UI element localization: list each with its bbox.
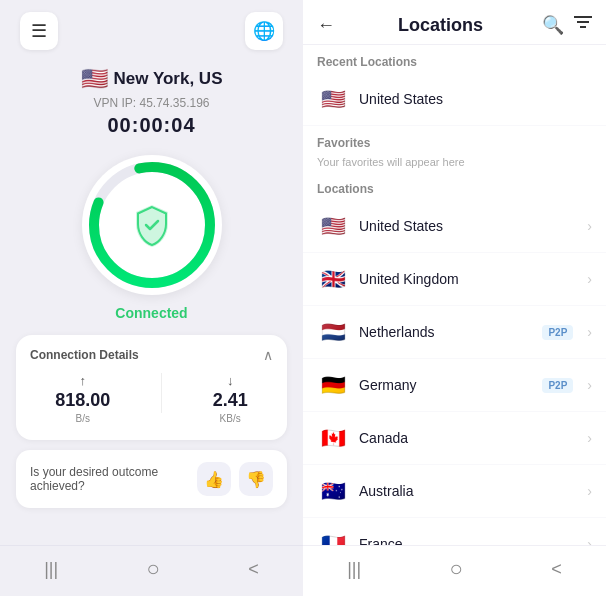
download-unit: KB/s [220,413,241,424]
chevron-de: › [587,377,592,393]
thumbs-down-icon: 👎 [246,470,266,489]
location-row: 🇺🇸 New York, US [81,66,223,92]
left-header: ☰ 🌐 [16,0,287,58]
location-us: United States [359,218,577,234]
stats-divider [161,373,162,413]
download-stat: ↓ 2.41 KB/s [213,373,248,424]
flag-nl: 🇳🇱 [317,316,349,348]
location-de: Germany [359,377,532,393]
location-name: New York, US [114,69,223,89]
recent-flag: 🇺🇸 [317,83,349,115]
recent-location-name: United States [359,91,592,107]
vpn-ip: VPN IP: 45.74.35.196 [93,96,209,110]
list-item[interactable]: 🇦🇺 Australia › [303,465,606,518]
recent-location-item[interactable]: 🇺🇸 United States [303,73,606,126]
details-title: Connection Details [30,348,139,362]
collapse-icon[interactable]: ∧ [263,347,273,363]
shield-icon [132,203,172,247]
left-panel: ☰ 🌐 🇺🇸 New York, US VPN IP: 45.74.35.196… [0,0,303,596]
menu-button[interactable]: ☰ [20,12,58,50]
chevron-nl: › [587,324,592,340]
left-nav-home[interactable]: ○ [147,556,160,582]
search-icon[interactable]: 🔍 [542,14,564,36]
right-header: ← Locations 🔍 [303,0,606,45]
location-nl: Netherlands [359,324,532,340]
chevron-uk: › [587,271,592,287]
upload-arrow: ↑ [80,373,87,388]
flag-au: 🇦🇺 [317,475,349,507]
flag-uk: 🇬🇧 [317,263,349,295]
favorites-empty: Your favorites will appear here [303,154,606,172]
shield-center [129,202,175,248]
feedback-text: Is your desired outcome achieved? [30,465,170,493]
download-value: 2.41 [213,390,248,411]
connected-label: Connected [115,305,187,321]
location-ca: Canada [359,430,577,446]
left-nav-menu[interactable]: ||| [44,559,58,580]
list-item[interactable]: 🇬🇧 United Kingdom › [303,253,606,306]
stats-row: ↑ 818.00 B/s ↓ 2.41 KB/s [30,373,273,424]
timer: 00:00:04 [107,114,195,137]
list-item[interactable]: 🇨🇦 Canada › [303,412,606,465]
list-item[interactable]: 🇩🇪 Germany P2P › [303,359,606,412]
right-panel: ← Locations 🔍 Recent Locations 🇺🇸 United… [303,0,606,596]
download-arrow: ↓ [227,373,234,388]
list-item[interactable]: 🇳🇱 Netherlands P2P › [303,306,606,359]
location-uk: United Kingdom [359,271,577,287]
feedback-card: Is your desired outcome achieved? 👍 👎 [16,450,287,508]
feedback-buttons: 👍 👎 [197,462,273,496]
flag-de: 🇩🇪 [317,369,349,401]
details-header: Connection Details ∧ [30,347,273,363]
badge-p2p-de: P2P [542,378,573,393]
thumbs-up-button[interactable]: 👍 [197,462,231,496]
filter-icon[interactable] [574,14,592,36]
vpn-circle[interactable] [82,155,222,295]
left-bottom-nav: ||| ○ < [0,545,303,596]
right-bottom-nav: ||| ○ < [303,545,606,596]
flag-ca: 🇨🇦 [317,422,349,454]
globe-icon: 🌐 [253,20,275,42]
chevron-ca: › [587,430,592,446]
chevron-us: › [587,218,592,234]
locations-title: Locations [339,15,542,36]
us-flag: 🇺🇸 [81,66,108,92]
chevron-au: › [587,483,592,499]
location-au: Australia [359,483,577,499]
upload-unit: B/s [76,413,90,424]
locations-list: Recent Locations 🇺🇸 United States Favori… [303,45,606,596]
globe-button[interactable]: 🌐 [245,12,283,50]
left-nav-back[interactable]: < [248,559,259,580]
upload-value: 818.00 [55,390,110,411]
right-nav-home[interactable]: ○ [450,556,463,582]
section-favorites: Favorites [303,126,606,154]
right-nav-menu[interactable]: ||| [347,559,361,580]
back-button[interactable]: ← [317,15,339,36]
list-item[interactable]: 🇺🇸 United States › [303,200,606,253]
connection-info: 🇺🇸 New York, US VPN IP: 45.74.35.196 00:… [81,66,223,147]
right-nav-back[interactable]: < [551,559,562,580]
connection-details-card: Connection Details ∧ ↑ 818.00 B/s ↓ 2.41… [16,335,287,440]
badge-p2p-nl: P2P [542,325,573,340]
section-locations: Locations [303,172,606,200]
thumbs-down-button[interactable]: 👎 [239,462,273,496]
flag-us: 🇺🇸 [317,210,349,242]
thumbs-up-icon: 👍 [204,470,224,489]
menu-icon: ☰ [31,20,47,42]
right-header-icons: 🔍 [542,14,592,36]
section-recent: Recent Locations [303,45,606,73]
upload-stat: ↑ 818.00 B/s [55,373,110,424]
